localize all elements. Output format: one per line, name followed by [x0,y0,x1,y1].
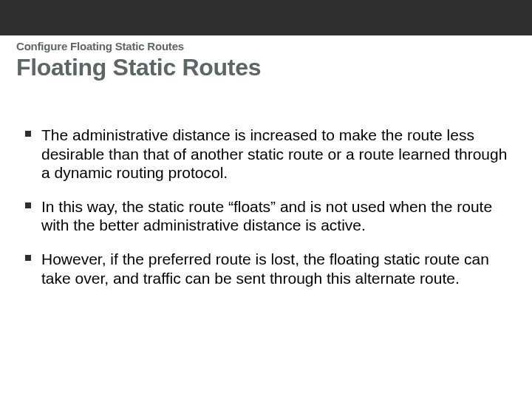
header-block: Configure Floating Static Routes Floatin… [16,40,516,81]
bullet-list: The administrative distance is increased… [22,126,510,287]
slide-kicker: Configure Floating Static Routes [16,40,516,52]
slide-title: Floating Static Routes [16,54,516,81]
bullet-item: However, if the preferred route is lost,… [22,250,510,287]
top-band [0,0,532,35]
bullet-item: The administrative distance is increased… [22,126,510,183]
slide: Configure Floating Static Routes Floatin… [0,0,532,399]
bullet-item: In this way, the static route “floats” a… [22,197,510,235]
slide-body: The administrative distance is increased… [22,126,510,302]
